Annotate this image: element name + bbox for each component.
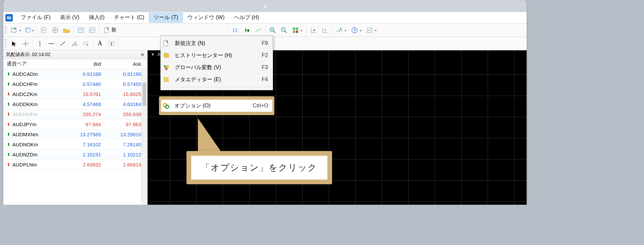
symbol-cell: ⬇AUDCZKm [7,91,64,97]
svg-rect-13 [293,28,295,30]
scrollbar[interactable] [141,69,147,205]
menu-item-shortcut: F3 [247,64,270,70]
arrow-up-icon: ⬆ [7,142,10,147]
close-icon[interactable]: ✕ [141,52,145,57]
vline-button[interactable] [35,38,45,49]
scrollbar-thumb[interactable] [143,83,146,106]
profiles-button[interactable] [24,25,35,36]
menu-item-options-highlight: オプション (O) Ctrl+O [159,96,274,115]
menu-item[interactable]: 新規注文 (N)F9 [161,37,272,49]
zoom-in-button[interactable] [267,25,278,36]
svg-rect-16 [296,31,298,33]
app-area: ファイル (F)表示 (V)挿入(I)チャート (C)ツール (T)ウィンドウ … [3,12,527,205]
symbol-cell: ⬇AUDJPYm [7,121,64,127]
market-watch-title: 気配値表示: 02:14:02 [6,52,50,58]
text-label-button[interactable]: T [106,38,117,49]
menu-チャート[interactable]: チャート (C) [109,13,149,22]
cursor-button[interactable] [9,38,19,49]
menu-表示[interactable]: 表示 (V) [55,13,84,22]
terminal-button[interactable] [75,25,86,36]
chevron-down-icon[interactable]: ▼ [151,52,155,56]
symbol-cell: ⬇AUDHUFm [7,111,64,117]
symbol-name: AUDCHFm [12,81,38,87]
market-row[interactable]: ⬇AUDCZKm15.576115.6025 [3,89,147,99]
camera-dot [263,5,267,8]
auto-arrange-icon [292,27,299,34]
indicators-button[interactable] [334,25,348,36]
col-bid: Bid [64,61,104,67]
new-order-button[interactable]: 新 [101,25,118,36]
crosshair-button[interactable] [20,38,31,49]
bid-cell: 255.274 [64,111,104,117]
periods-button[interactable] [349,25,364,36]
arrow-up-icon: ⬆ [7,132,10,137]
trendline-icon [59,40,66,47]
navigator-button[interactable] [50,25,60,36]
toolbar-main: 新 [3,23,527,37]
symbol-name: AUDHUFm [12,111,38,117]
editor-icon [163,76,170,83]
svg-point-27 [165,67,168,70]
menu-item-options[interactable]: オプション (O) Ctrl+O [161,100,272,112]
bar-chart-button[interactable] [230,25,241,36]
menu-ツール[interactable]: ツール (T) [149,13,183,22]
menu-ファイル[interactable]: ファイル (F) [16,13,55,22]
text-button[interactable]: A [95,38,105,49]
market-watch-icon [40,27,47,34]
svg-rect-18 [367,28,372,33]
menu-item[interactable]: ヒストリーセンター (H)F2 [161,49,272,61]
menu-item[interactable]: グローバル変数 (V)F3 [161,61,272,74]
line-chart-button[interactable] [253,25,264,36]
crosshair-icon [22,40,29,47]
market-row[interactable]: ⬇AUDHUFm255.274255.638 [3,109,147,119]
equidistant-button[interactable]: E [69,38,79,49]
market-row[interactable]: ⬇AUDJPYm97.84497.863 [3,119,147,130]
candle-chart-button[interactable] [241,25,252,36]
new-order-icon [103,27,110,34]
svg-rect-6 [78,28,84,33]
ask-cell: 13.29010 [104,132,145,137]
ask-cell: 2.66814 [104,162,145,167]
zoom-out-button[interactable] [279,25,289,36]
navigator-icon [51,27,59,34]
market-watch-body: ⬆AUDCADm0.911680.91190⬆AUDCHFm0.574400.5… [3,69,147,205]
menu-item[interactable]: メタエディター (E)F4 [161,74,272,86]
globals-icon [163,64,170,71]
symbol-name: AUDDKKm [12,101,38,107]
market-row[interactable]: ⬆AUDNZDm1.101911.10212 [3,150,147,160]
market-row[interactable]: ⬆AUDMXNm13.2756513.29010 [3,130,147,140]
menu-ウィンドウ[interactable]: ウィンドウ (W) [183,13,229,22]
symbol-cell: ⬆AUDMXNm [7,132,64,137]
profiles-icon [25,27,32,34]
menu-ヘルプ[interactable]: ヘルプ (H) [229,13,264,22]
vline-icon [37,40,43,47]
hline-button[interactable] [46,38,57,49]
arrow-up-icon: ⬆ [7,102,10,107]
templates-button[interactable] [364,25,379,36]
auto-arrange-button[interactable] [290,25,305,36]
market-watch-button[interactable] [38,25,49,36]
market-row[interactable]: ⬆AUDDKKm4.574664.63184 [3,99,147,109]
callout-tail [198,118,223,155]
new-chart-button[interactable] [9,25,23,36]
templates-icon [366,27,373,34]
data-window-button[interactable] [61,25,72,36]
text-icon: A [98,40,102,47]
col-ask: Ask [104,61,145,67]
toolbar-grip [5,26,7,35]
menu-item-shortcut: Ctrl+O [247,103,270,109]
market-row[interactable]: ⬆AUDCADm0.911680.91190 [3,69,147,79]
auto-scroll-button[interactable] [320,25,330,36]
market-row[interactable]: ⬆AUDNOKm7.161027.26140 [3,140,147,150]
strategy-tester-button[interactable] [87,25,98,36]
fibo-button[interactable]: F [80,38,91,49]
arrow-up-icon: ⬆ [7,82,10,87]
market-row[interactable]: ⬆AUDCHFm0.574400.57455 [3,79,147,89]
bid-cell: 4.57466 [64,101,104,107]
trendline-button[interactable] [57,38,68,49]
symbol-cell: ⬆AUDCADm [7,71,64,77]
shift-button[interactable] [308,25,319,36]
market-row[interactable]: ⬇AUDPLNm2.639322.66814 [3,160,147,170]
menu-挿入(I)[interactable]: 挿入(I) [84,13,109,22]
arrow-up-icon: ⬆ [7,71,10,77]
